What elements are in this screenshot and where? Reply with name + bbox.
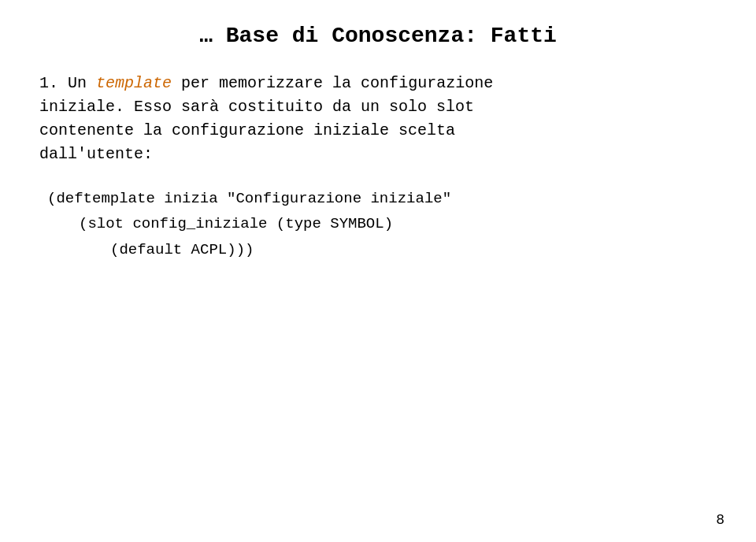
- item-number: 1.: [39, 74, 58, 92]
- code-line2: (slot config_iniziale (type SYMBOL): [79, 211, 717, 236]
- page-number: 8: [716, 512, 724, 528]
- page-container: … Base di Conoscenza: Fatti 1. Un templa…: [0, 0, 756, 542]
- keyword-template: template: [96, 74, 172, 92]
- text-line3: contenente la configurazione iniziale sc…: [39, 121, 455, 139]
- page-title: … Base di Conoscenza: Fatti: [39, 24, 717, 48]
- code-block: (deftemplate inizia "Configurazione iniz…: [47, 186, 717, 262]
- text-rest-line1: per memorizzare la configurazione: [172, 74, 493, 92]
- code-line3: (default ACPL))): [110, 237, 717, 262]
- content-block-1: 1. Un template per memorizzare la config…: [39, 72, 717, 166]
- text-line2: iniziale. Esso sarà costituito da un sol…: [39, 98, 474, 116]
- text-line4: dall'utente:: [39, 145, 153, 163]
- code-line1: (deftemplate inizia "Configurazione iniz…: [47, 186, 717, 211]
- text-un: Un: [68, 74, 87, 92]
